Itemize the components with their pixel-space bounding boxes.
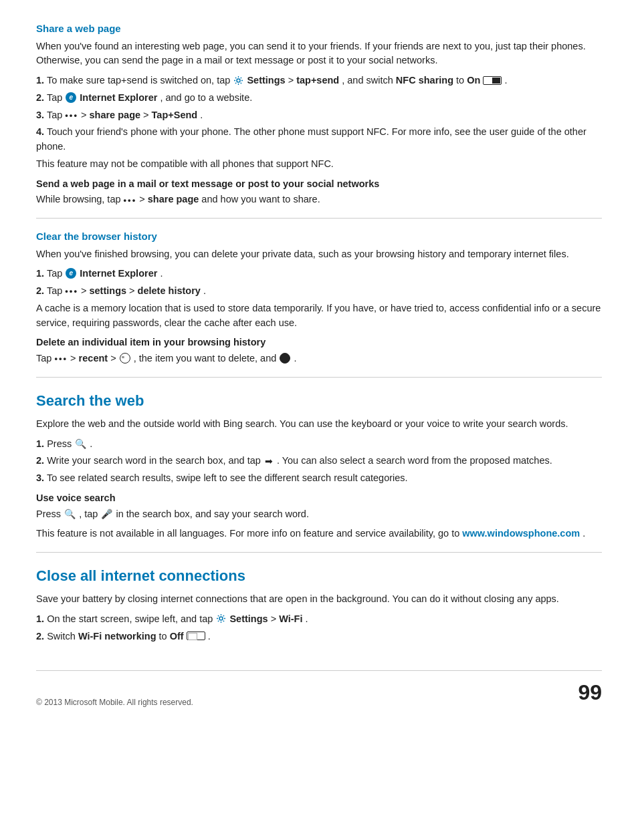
ie-icon: e [66, 92, 76, 103]
step-text: Switch [47, 631, 78, 642]
section-search-web: Search the web Explore the web and the o… [36, 390, 602, 541]
text: , tap [79, 509, 100, 519]
dots-icon: ••• [65, 109, 78, 122]
step-text: . [203, 285, 206, 296]
step-num: 1. [36, 268, 44, 279]
step-text: to [456, 75, 467, 86]
step-text: . [160, 268, 163, 279]
dots-icon3: ••• [65, 285, 78, 298]
svg-point-1 [219, 617, 223, 620]
subsection-title-voice: Use voice search [36, 491, 602, 506]
step-close-1: 1. On the start screen, swipe left, and … [36, 612, 602, 627]
step-num: 2. [36, 92, 44, 103]
toggle-off-icon [187, 632, 205, 640]
step-text: > [81, 285, 90, 296]
step-text: . [208, 631, 211, 642]
step-num: 2. [36, 631, 44, 642]
text: > [139, 194, 148, 204]
step-num: 1. [36, 75, 44, 86]
delete-history-label: delete history [138, 285, 201, 296]
close-para1: Save your battery by closing internet co… [36, 592, 602, 607]
step-text: , and switch [342, 75, 396, 86]
step-text: . You can also select a search word from… [277, 455, 552, 466]
settings-label3: Settings [229, 613, 268, 624]
step-text: Write your search word in the search box… [47, 455, 263, 466]
section-clear-para1: When you've finished browsing, you can d… [36, 247, 602, 262]
text: in the search box, and say your search w… [116, 509, 309, 519]
tap-send-label2: Tap+Send [152, 110, 198, 120]
recent-label: recent [79, 353, 108, 364]
share-page-label2: share page [148, 194, 199, 204]
ie-icon2: e [66, 268, 76, 279]
step-text: Tap [47, 110, 65, 120]
step-share-2: 2. Tap e Internet Explorer , and go to a… [36, 91, 602, 106]
text: While browsing, tap [36, 194, 124, 204]
text: This feature is not available in all lan… [36, 528, 462, 539]
page-footer: © 2013 Microsoft Mobile. All rights rese… [36, 670, 602, 708]
step-text: Tap [47, 268, 65, 279]
step-num: 1. [36, 438, 44, 449]
step-text: Press [47, 438, 74, 449]
step-text: . [90, 438, 92, 449]
step-text: > [143, 110, 152, 120]
text: . [582, 528, 585, 539]
step-share-1: 1. To make sure tap+send is switched on,… [36, 74, 602, 88]
step-num: 2. [36, 285, 44, 296]
text: Tap [36, 353, 54, 364]
subsection-share-text: While browsing, tap ••• > share page and… [36, 192, 602, 207]
step-text: On the start screen, swipe left, and tap [47, 613, 215, 624]
step-share-4: 4. Touch your friend's phone with your p… [36, 125, 602, 154]
page-number: 99 [578, 676, 602, 708]
step-text: . [504, 75, 507, 86]
subsection-title-delete: Delete an individual item in your browsi… [36, 335, 602, 350]
settings-icon [233, 76, 243, 86]
section-title-share: Share a web page [36, 21, 602, 37]
step-text: To make sure tap+send is switched on, ta… [47, 75, 233, 86]
step-text: . [200, 110, 203, 120]
step-text: Tap [47, 92, 65, 103]
step-text: , and go to a website. [160, 92, 252, 103]
section-title-clear: Clear the browser history [36, 229, 602, 245]
svg-point-0 [237, 79, 240, 82]
text: > [110, 353, 119, 364]
tap-send-label: tap+send [296, 75, 339, 86]
windowsphone-link: www.windowsphone.com [462, 528, 580, 539]
text: Press [36, 509, 64, 519]
step-clear-1: 1. Tap e Internet Explorer . [36, 267, 602, 281]
step-num: 3. [36, 110, 44, 120]
step-search-3: 3. To see related search results, swipe … [36, 471, 602, 486]
on-label: On [467, 75, 480, 86]
search-icon: 🔍 [75, 437, 86, 451]
settings-label2: settings [89, 285, 126, 296]
step-num: 1. [36, 613, 44, 624]
circle-dot-icon [280, 353, 290, 364]
text: . [294, 353, 296, 364]
big-section-title-close: Close all internet connections [36, 565, 602, 587]
share-note: This feature may not be compatible with … [36, 157, 602, 172]
step-text: Touch your friend's phone with your phon… [36, 126, 587, 152]
step-text: > [129, 285, 138, 296]
settings-label: Settings [247, 75, 285, 86]
dots-icon4: ••• [54, 352, 68, 366]
divider3 [36, 552, 602, 553]
step-share-3: 3. Tap ••• > share page > Tap+Send . [36, 108, 602, 123]
page-content: Share a web page When you've found an in… [36, 21, 602, 708]
step-num: 3. [36, 472, 44, 483]
step-num: 4. [36, 126, 44, 137]
nfc-sharing-label: NFC sharing [396, 75, 453, 86]
step-close-2: 2. Switch Wi-Fi networking to Off . [36, 629, 602, 644]
share-page-label: share page [89, 110, 140, 120]
text: > [70, 353, 79, 364]
circle-lines-icon: ≡ [120, 353, 130, 364]
search-icon2: 🔍 [64, 507, 76, 521]
arrow-icon: ➡ [265, 454, 273, 468]
settings-icon2 [216, 613, 226, 623]
big-section-title-search: Search the web [36, 390, 602, 412]
step-text: To see related search results, swipe lef… [47, 472, 408, 483]
step-search-1: 1. Press 🔍 . [36, 437, 602, 452]
mic-icon: 🎤 [101, 507, 112, 521]
step-text: > [81, 110, 90, 120]
search-para1: Explore the web and the outside world wi… [36, 417, 602, 432]
copyright: © 2013 Microsoft Mobile. All rights rese… [36, 696, 193, 708]
section-clear-history: Clear the browser history When you've fi… [36, 229, 602, 366]
